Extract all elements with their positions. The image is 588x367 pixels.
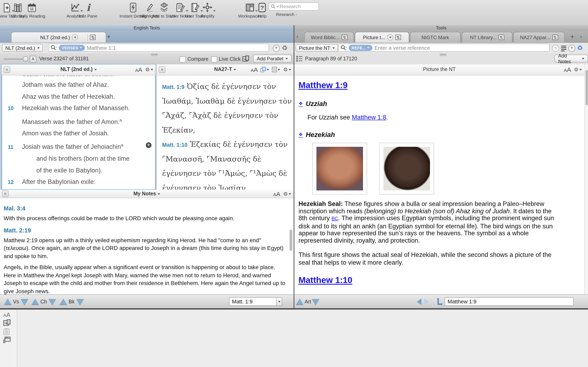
article-heading-link[interactable]: Matthew 1:9 xyxy=(298,80,347,90)
history-back-icon[interactable] xyxy=(417,299,421,305)
parallel-scroll-icon[interactable]: ⇅ xyxy=(499,35,504,40)
add-search-button[interactable]: + xyxy=(273,45,280,52)
tab-nigtc-mark[interactable]: NIGTC Mark xyxy=(410,32,461,42)
compare-checkbox[interactable] xyxy=(180,56,186,62)
pane-link-icon[interactable] xyxy=(3,319,11,326)
book-up-button[interactable] xyxy=(60,299,67,305)
pane-settings[interactable]: ⚙ xyxy=(283,191,291,197)
font-size-box[interactable]: A xyxy=(30,56,36,62)
notes-body[interactable]: Mal. 3:4With this process offerings coul… xyxy=(0,198,294,294)
footnote-marker[interactable]: a xyxy=(120,118,122,122)
add-notes-button[interactable]: Add Notes xyxy=(554,55,588,62)
pane-settings[interactable]: ⚙ xyxy=(283,67,291,73)
text-size-control[interactable]: AA xyxy=(564,66,571,73)
tabs-scroll-left-icon[interactable]: ‹ xyxy=(296,33,298,40)
search-scope-pill[interactable]: REFE... xyxy=(349,45,372,51)
paragraph-list-icon[interactable] xyxy=(296,55,303,62)
text-display-control[interactable] xyxy=(272,67,280,72)
tabs-scroll-right-icon[interactable]: › xyxy=(580,33,582,40)
history-recycle-icon[interactable]: ♻ xyxy=(282,44,288,52)
go-to-reference-icon[interactable] xyxy=(437,298,442,306)
current-reference-field[interactable]: Matt. 1:9 xyxy=(229,297,277,306)
add-note-icon[interactable]: + xyxy=(146,142,151,148)
article-body[interactable]: Matthew 1:9 ❖Uzziah For Uzziah see Matth… xyxy=(294,75,584,285)
info-pane-button[interactable]: i Info Pane xyxy=(79,2,98,18)
note-reference[interactable]: Matt. 2:19 xyxy=(4,227,288,234)
search-scope-pill[interactable]: VERSES xyxy=(59,45,85,51)
tab-dropdown-button[interactable] xyxy=(387,34,393,40)
pane-settings[interactable]: ⚙ xyxy=(145,67,153,73)
add-tab-button[interactable]: + xyxy=(571,33,574,40)
article-down-button[interactable] xyxy=(312,299,319,305)
research-search-input[interactable]: Research xyxy=(269,2,319,11)
slider-knob[interactable] xyxy=(23,56,28,62)
chapter-down-button[interactable] xyxy=(49,299,56,305)
tab-picture-the-nt[interactable]: Picture t... ⇅ xyxy=(355,32,409,42)
verse-search-field[interactable]: VERSES Matthew 1:1 xyxy=(48,44,269,52)
add-search-button[interactable]: + xyxy=(568,45,575,52)
nlt-text-body[interactable]: Uzziah was the father of Jotham. Jotham … xyxy=(2,75,156,188)
clipboard-icon[interactable] xyxy=(3,328,10,335)
tab-nt-library[interactable]: NT Library...⇅ xyxy=(462,32,512,42)
notes-scrollbar-thumb[interactable] xyxy=(290,230,292,251)
nlt-pane-title[interactable]: NLT (2nd ed.) xyxy=(2,67,156,72)
daily-reading-button[interactable]: 11 Daily Reading xyxy=(20,2,44,18)
window-panel-icon[interactable] xyxy=(3,336,11,343)
contents-list-icon[interactable] xyxy=(561,46,566,52)
entry-link-icon[interactable]: ❖ xyxy=(298,101,303,107)
verse-reference[interactable]: Matt. 1:9 xyxy=(162,84,185,90)
text-size-control[interactable]: AA xyxy=(273,191,280,197)
tab-nlt[interactable]: NLT (2nd ed.) ⇅ xyxy=(11,32,106,42)
hezekiah-seal-photo-2[interactable] xyxy=(379,143,434,194)
chapter-up-button[interactable] xyxy=(31,299,39,305)
note-reference[interactable]: Mal. 3:4 xyxy=(4,205,288,212)
add-parallel-button[interactable]: Add Parallel xyxy=(253,55,291,62)
article-heading-link[interactable]: Matthew 1:10 xyxy=(298,275,352,285)
tool-select-button[interactable]: Picture the NT xyxy=(296,44,338,52)
text-size-control[interactable]: AA xyxy=(135,66,142,73)
approx-search-icon[interactable]: ≈ xyxy=(552,45,559,52)
history-forward-icon[interactable] xyxy=(424,299,429,305)
footnote-marker[interactable]: a xyxy=(121,142,123,147)
tab-dropdown-button[interactable] xyxy=(72,34,78,40)
nlt-text-pane[interactable]: ✕ NLT (2nd ed.) AA ⚙ Uzziah was the fath… xyxy=(2,64,156,190)
entry-link-icon[interactable]: ❖ xyxy=(298,132,303,138)
article-up-button[interactable] xyxy=(296,299,303,305)
tools-zone-titlebar[interactable]: Tools xyxy=(294,25,588,31)
book-down-button[interactable] xyxy=(76,299,84,305)
duplicate-pane-control[interactable] xyxy=(261,67,269,72)
pane-link-icon[interactable] xyxy=(242,55,249,62)
picture-nt-pane[interactable]: Picture the NT AA ⚙ Matthew 1:9 ❖Uzziah … xyxy=(294,64,584,294)
verse-up-button[interactable] xyxy=(4,299,11,305)
my-notes-pane[interactable]: ✕ My Notes AA ⚙ Mal. 3:4With this proces… xyxy=(0,190,294,294)
verse-reference[interactable]: Matt. 1:10 xyxy=(162,142,188,148)
module-select-button[interactable]: NLT (2nd ed.) xyxy=(2,44,43,52)
parallel-scroll-icon[interactable]: ⇅ xyxy=(90,35,96,40)
help-button[interactable]: ? Help xyxy=(256,2,268,18)
text-size-control[interactable]: AA xyxy=(3,311,10,318)
tab-word-biblical[interactable]: Word Biblic...⇅ xyxy=(304,32,354,42)
article-scrollbar[interactable] xyxy=(584,64,588,294)
tool-reference-field[interactable]: Matthew 1:9 xyxy=(445,297,574,306)
verse-down-button[interactable] xyxy=(21,299,28,305)
amplify-button[interactable]: Amplify xyxy=(199,2,216,18)
na27-text-pane[interactable]: ✕ NA27-T AA ⚙ Matt. 1:9Ὀζίας δὲ ἐγέννησε… xyxy=(157,64,294,190)
live-click-checkbox[interactable] xyxy=(211,56,217,62)
text-size-control[interactable]: AA xyxy=(251,66,258,73)
tool-search-field[interactable]: REFE... Enter a verse reference xyxy=(338,44,550,52)
pane-settings[interactable]: ⚙ xyxy=(574,67,582,73)
add-tab-button[interactable]: + xyxy=(107,33,111,40)
pane-resize-grip[interactable] xyxy=(440,54,446,57)
tab-na27-apparatus[interactable]: NA27 Appar...⇅ xyxy=(513,32,565,42)
history-recycle-icon[interactable]: ♻ xyxy=(577,44,583,52)
greek-text-body[interactable]: Matt. 1:9Ὀζίας δὲ ἐγέννησεν τὸνἸωαθάμ, Ἰ… xyxy=(157,75,294,190)
parallel-scroll-icon[interactable]: ⇅ xyxy=(342,35,347,40)
hezekiah-seal-photo-1[interactable] xyxy=(312,143,367,194)
article-scrollbar-thumb[interactable] xyxy=(585,70,588,105)
parallel-scroll-icon[interactable]: ⇅ xyxy=(552,35,558,40)
parallel-scroll-icon[interactable]: ⇅ xyxy=(395,35,401,40)
english-texts-zone-titlebar[interactable]: English Texts xyxy=(0,25,294,31)
notes-pane-title[interactable]: My Notes xyxy=(0,191,294,197)
pane-resize-grip[interactable] xyxy=(151,54,158,57)
reference-dropdown-button[interactable] xyxy=(276,297,282,306)
